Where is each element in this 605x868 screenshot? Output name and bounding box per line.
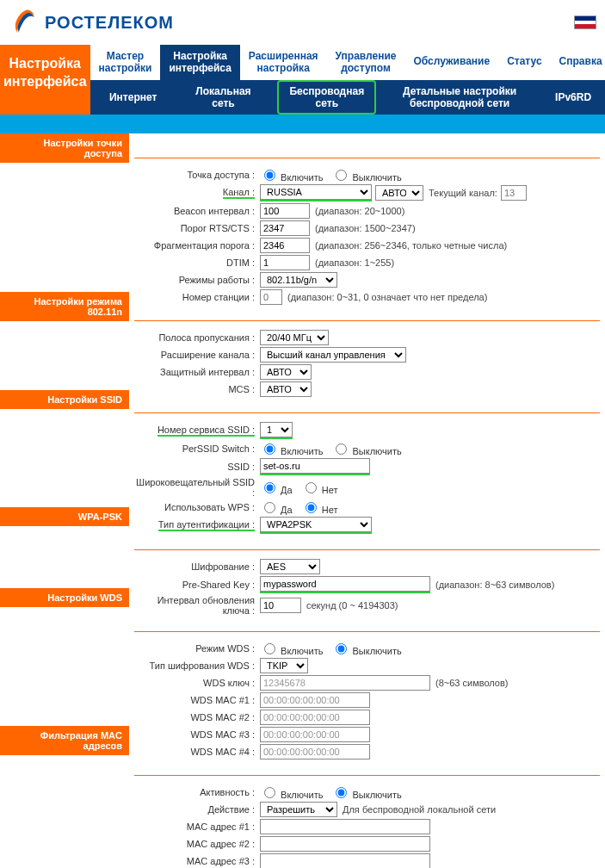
wds-mac-2-input — [260, 710, 370, 725]
broadcast-no[interactable]: Нет — [301, 480, 338, 495]
subtab-internet[interactable]: Интернет — [97, 86, 169, 108]
page-title: Настройка интерфейса — [0, 45, 90, 115]
form-area: Точка доступа : Включить Выключить Канал… — [129, 133, 605, 868]
divider-bar — [0, 115, 605, 133]
subtab-detail[interactable]: Детальные настройкибеспроводной сети — [391, 80, 528, 115]
section-ssid: Настройки SSID — [0, 390, 129, 409]
mac-3-input[interactable] — [260, 853, 430, 868]
label-wds-enc: Тип шифрования WDS : — [134, 660, 260, 671]
station-input — [260, 289, 282, 305]
wds-enable[interactable]: Включить — [260, 641, 323, 656]
subtab-ipv6rd[interactable]: IPv6RD — [543, 86, 603, 108]
label-ssid: SSID : — [134, 462, 260, 472]
label-ap: Точка доступа : — [134, 170, 260, 180]
label-guard: Защитный интервал : — [134, 367, 260, 377]
label-mode: Режимы работы : — [134, 275, 260, 285]
mac-1-input[interactable] — [260, 819, 430, 834]
language-flag-icon[interactable] — [574, 16, 596, 29]
wps-no[interactable]: Нет — [301, 499, 338, 515]
section-ap: Настройки точки доступа — [0, 133, 129, 163]
label-ssid-num: Номер сервиса SSID : — [157, 425, 255, 437]
label-rts: Порог RTS/CTS : — [134, 223, 260, 233]
action-select[interactable]: Разрешить — [260, 802, 337, 817]
mac-2-input[interactable] — [260, 836, 430, 852]
ssid-num-select[interactable]: 1 — [260, 422, 293, 437]
tab-maintenance[interactable]: Обслуживание — [405, 45, 499, 80]
psk-input[interactable] — [260, 576, 430, 592]
ext-channel-select[interactable]: Высший канал управления — [260, 347, 406, 363]
label-frag: Фрагментация порога : — [134, 240, 260, 251]
ap-enable[interactable]: Включить — [260, 167, 323, 183]
enc-select[interactable]: AES — [260, 559, 320, 574]
section-wpa: WPA-PSK — [0, 507, 129, 526]
label-wds-mode: Режим WDS : — [134, 643, 260, 654]
broadcast-yes[interactable]: Да — [260, 480, 293, 495]
section-mac: Фильтрация MAC адресов — [0, 726, 129, 755]
brand-name: РОСТЕЛЕКОМ — [45, 13, 174, 33]
subtab-lan[interactable]: Локальнаясеть — [183, 80, 262, 115]
label-psk: Pre-Shared Key : — [134, 580, 260, 590]
wds-enc-select[interactable]: TKIP — [260, 658, 308, 673]
label-perssid: PerSSID Switch : — [134, 443, 260, 454]
channel-auto-select[interactable]: АВТО — [375, 185, 423, 201]
label-action: Действие : — [134, 804, 260, 815]
wds-mac-3-input — [260, 727, 370, 742]
macfilter-enable[interactable]: Включить — [260, 784, 323, 800]
label-mcs: MCS : — [134, 384, 260, 394]
tab-access[interactable]: Управлениедоступом — [327, 45, 405, 80]
label-wds-key: WDS ключ : — [134, 678, 260, 688]
guard-select[interactable]: АВТО — [260, 364, 312, 380]
channel-country-select[interactable]: RUSSIA — [260, 184, 372, 200]
label-auth: Тип аутентификации : — [158, 519, 255, 531]
tab-interface[interactable]: Настройкаинтерфейса — [160, 45, 239, 80]
logo: РОСТЕЛЕКОМ — [9, 7, 174, 38]
label-wds-mac-2: WDS MAC #2 : — [134, 712, 260, 722]
label-activity: Активность : — [134, 787, 260, 797]
section-wds: Настройки WDS — [0, 588, 129, 607]
logo-icon — [9, 7, 40, 38]
wds-mac-4-input — [260, 744, 370, 760]
frag-input[interactable] — [260, 238, 310, 253]
subtab-wlan[interactable]: Беспроводнаясеть — [277, 80, 376, 115]
section-80211n: Настройки режима 802.11n — [0, 292, 129, 321]
wds-key-input — [260, 675, 430, 691]
wds-mac-1-input — [260, 692, 370, 708]
perssid-enable[interactable]: Включить — [260, 441, 323, 456]
label-dtim: DTIM : — [134, 257, 260, 268]
ssid-input[interactable] — [260, 458, 370, 474]
label-mac-1: MAC адрес #1 : — [134, 822, 260, 832]
label-bandwidth: Полоса пропускания : — [134, 332, 260, 343]
tab-wizard[interactable]: Мастернастройки — [90, 45, 161, 80]
auth-select[interactable]: WPA2PSK — [260, 517, 372, 532]
rekey-input[interactable] — [260, 598, 301, 613]
beacon-input[interactable] — [260, 203, 310, 219]
label-station: Номер станции : — [134, 292, 260, 302]
label-wds-mac-4: WDS MAC #4 : — [134, 747, 260, 757]
primary-tabs: Мастернастройки Настройкаинтерфейса Расш… — [90, 45, 605, 80]
label-mac-2: MAC адрес #2 : — [134, 839, 260, 849]
perssid-disable[interactable]: Выключить — [331, 441, 401, 456]
label-mac-3: MAC адрес #3 : — [134, 856, 260, 866]
label-rekey: Интервал обновленияключа : — [134, 595, 260, 616]
ap-disable[interactable]: Выключить — [331, 167, 401, 183]
tab-advanced[interactable]: Расширеннаянастройка — [240, 45, 327, 80]
wds-disable[interactable]: Выключить — [331, 641, 401, 656]
sidebar: Настройки точки доступа Настройки режима… — [0, 133, 129, 868]
tab-status[interactable]: Статус — [498, 45, 550, 80]
label-ext: Расширение канала : — [134, 350, 260, 360]
rts-input[interactable] — [260, 220, 310, 236]
mcs-select[interactable]: АВТО — [260, 381, 312, 397]
tab-help[interactable]: Справка — [551, 45, 605, 80]
label-wds-mac-1: WDS MAC #1 : — [134, 695, 260, 705]
bandwidth-select[interactable]: 20/40 МГц — [260, 330, 329, 345]
secondary-tabs: Интернет Локальнаясеть Беспроводнаясеть … — [90, 80, 605, 115]
header: РОСТЕЛЕКОМ — [0, 0, 605, 45]
label-wps: Использовать WPS : — [134, 502, 260, 512]
label-beacon: Beacon интервал : — [134, 206, 260, 216]
macfilter-disable[interactable]: Выключить — [331, 784, 401, 800]
dtim-input[interactable] — [260, 255, 310, 270]
label-enc: Шифрование : — [134, 561, 260, 572]
mode-select[interactable]: 802.11b/g/n — [260, 272, 337, 288]
wps-yes[interactable]: Да — [260, 499, 293, 515]
label-wds-mac-3: WDS MAC #3 : — [134, 729, 260, 740]
